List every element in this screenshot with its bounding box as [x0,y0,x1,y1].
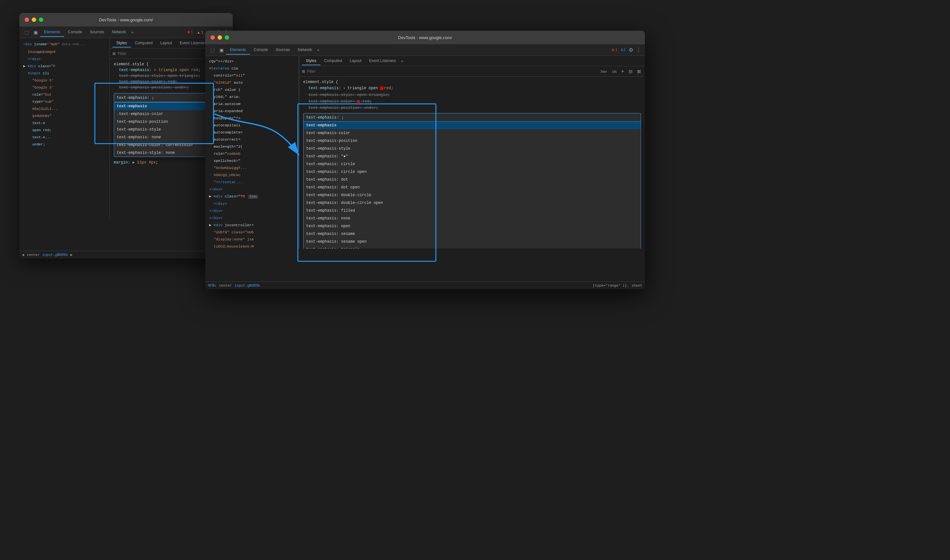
fg-ac-item-16[interactable]: text-emphasis: triangle [303,246,641,249]
bg-bottom-arrow-right[interactable]: ▶ [71,253,73,257]
fg-html-autocap: autocapitali [209,122,295,129]
fg-ac-item-6[interactable]: text-emphasis: circle open [303,168,641,176]
bg-html-role: role="but [23,91,106,98]
fg-autocomplete-dropdown: text-emphasis text-emphasis-color text-e… [303,122,641,249]
bg-error-badge: ⊗ 1 [185,29,195,35]
fg-maximize-button[interactable] [225,35,229,40]
bg-crumb-input[interactable]: input.gNO89b [42,253,68,257]
bg-tab-console[interactable]: Console [64,28,86,37]
bg-html-div-f: ▶ <div class="F [23,63,106,70]
fg-ac-item-0[interactable]: text-emphasis [303,122,641,129]
fg-filter-plus[interactable]: + [620,68,625,75]
fg-ac-item-2[interactable]: text-emphasis-position [303,137,641,145]
fg-error-badge: ⊗ 1 [610,47,619,53]
fg-inspect-icon[interactable]: ⬚ [208,46,217,55]
fg-bottom-bar: 9FBc center input.gNO89b [type="range" i… [205,282,645,289]
fg-html-controls: controls="All" [209,72,295,79]
bg-crumb-center[interactable]: center [27,253,40,257]
bg-styles-tab-layout[interactable]: Layout [157,39,176,48]
fg-styles-tab-computed[interactable]: Computed [320,57,346,65]
fg-crumb-center[interactable]: center [219,283,232,288]
fg-tab-sources[interactable]: Sources [272,46,294,55]
bg-inspect-icon[interactable]: ⬚ [22,28,31,37]
fg-more-options-icon[interactable]: ⋮ [634,46,642,54]
bg-styles-tab-computed[interactable]: Computed [131,39,157,48]
fg-device-icon[interactable]: ▣ [217,46,226,55]
fg-styles-panel: Styles Computed Layout Event Listeners »… [299,56,645,249]
bg-maximize-button[interactable] [39,17,43,22]
fg-filter-input[interactable] [307,69,597,74]
bg-tab-network[interactable]: Network [108,28,130,37]
fg-ac-item-12[interactable]: text-emphasis: none [303,215,641,222]
fg-ac-item-4[interactable]: text-emphasis: "●" [303,152,641,160]
fg-more-tabs[interactable]: » [316,46,321,54]
fg-styles-tab-event-listeners[interactable]: Event Listeners [365,57,400,65]
fg-ac-item-9[interactable]: text-emphasis: double-circle [303,191,641,199]
bg-styles-tab-styles[interactable]: Styles [112,39,131,48]
fg-ac-item-11[interactable]: text-emphasis: filled [303,207,641,215]
fg-ac-item-8[interactable]: text-emphasis: dot open [303,183,641,191]
bg-filter-input[interactable] [118,51,202,56]
bg-more-tabs[interactable]: » [130,28,135,37]
bg-tab-elements[interactable]: Elements [40,28,64,37]
fg-html-vogcqs: VOGcQS_UDCAc [209,172,295,179]
fg-html-textarea-close: "></textar... [209,179,295,186]
fg-styles-more-tabs[interactable]: » [400,57,405,65]
bg-html-google-s: "Google S' [23,77,106,84]
fg-crumb-input[interactable]: input.gNO89b [234,283,260,288]
bg-close-button[interactable] [25,17,29,22]
fg-styles-tab-styles[interactable]: Styles [302,57,320,65]
fg-html-tzdcd: tzDCd;mouseleave:M [209,243,295,249]
bg-device-icon[interactable]: ▣ [31,28,40,37]
bg-bottom-arrow-left[interactable]: ◀ [22,253,24,257]
fg-ac-item-13[interactable]: text-emphasis: open [303,222,641,230]
fg-ac-item-10[interactable]: text-emphasis: double-circle open [303,199,641,207]
bg-html-under: under; [23,141,106,148]
fg-html-maxlength: maxlength="2( [209,143,295,150]
bg-html-text-e2: open red; [23,127,106,134]
bg-html-type: type="sub" [23,98,106,105]
fg-devtools-window: DevTools - www.google.com/ ⬚ ▣ Elements … [205,31,645,289]
fg-minimize-button[interactable] [217,35,222,40]
fg-css-text-emphasis-main: text-emphasis: ▾ triangle open red; [303,85,641,92]
fg-tab-elements[interactable]: Elements [226,46,250,55]
fg-tab-console[interactable]: Console [250,46,272,55]
fg-html-close-div: </div> [209,186,295,193]
bg-filter-icon: ⊞ [112,51,116,56]
fg-filter-icon2[interactable]: ⊟ [627,68,634,75]
fg-html-rch: rch" value j [209,86,295,93]
fg-close-button[interactable] [211,35,215,40]
fg-ac-item-1[interactable]: text-emphasis-color [303,129,641,137]
fg-filter-icon: ⊞ [302,69,305,74]
fg-ac-item-3[interactable]: text-emphasis-style [303,145,641,152]
fg-filter-hov[interactable]: :hov [599,69,608,74]
bg-tab-sources[interactable]: Sources [86,28,108,37]
fg-ac-item-15[interactable]: text-emphasis: sesame open [303,238,641,246]
bg-title-bar: DevTools - www.google.com/ [19,13,233,26]
fg-tab-network[interactable]: Network [294,46,316,55]
fg-filter-icon3[interactable]: ⊠ [636,68,642,75]
fg-html-role: role="combob [209,150,295,157]
bg-bottom-bar: ◀ center input.gNO89b ▶ [19,251,233,258]
fg-html-y29d: y29d;" aria- [209,93,295,100]
bg-html-input: <input cli [23,70,106,77]
bg-html-text-e1: text-e [23,120,106,127]
fg-filter-cls[interactable]: .cls [610,69,618,74]
fg-bottom-sheet: sheet [631,283,642,288]
bg-devtools-toolbar: ⬚ ▣ Elements Console Sources Network » ⊗… [19,26,233,38]
fg-html-aria-exp: aria-expanded [209,108,295,115]
fg-ac-item-7[interactable]: text-emphasis: dot [303,176,641,183]
fg-ac-item-5[interactable]: text-emphasis: circle [303,160,641,168]
fg-traffic-lights [211,35,229,40]
bg-warn-badge: ▲ 1 [195,30,205,35]
bg-minimize-button[interactable] [32,17,36,22]
fg-title-bar: DevTools - www.google.com/ [205,31,645,44]
fg-html-div-fm: ▶ <div class="fM flex [209,193,295,200]
fg-html-ocbuke: "OcbUKEwiggf... [209,165,295,172]
fg-settings-icon[interactable]: ⚙ [627,46,634,54]
bg-html-google-s2: "Google S' [23,84,106,91]
fg-ac-item-14[interactable]: text-emphasis: sesame [303,230,641,238]
fg-styles-tab-layout[interactable]: Layout [346,57,365,65]
bg-html-panel: <div jsname="8pb" data-ved... IAxUqWUEAH… [19,38,109,218]
fg-html-aria-auto: aria-autocom [209,100,295,108]
